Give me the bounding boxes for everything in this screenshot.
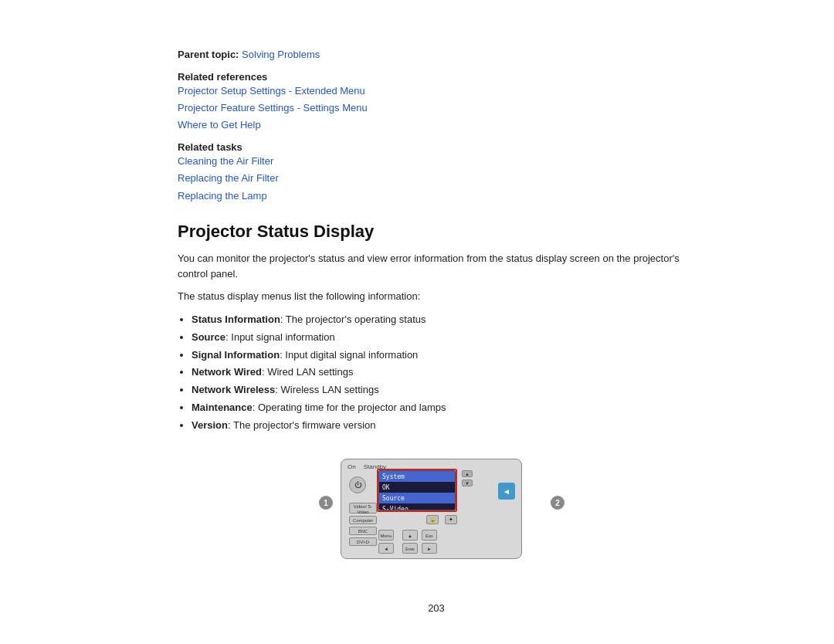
arrow-right-nav[interactable]: ► <box>422 543 437 554</box>
bullet-bold-6: Version <box>192 419 228 431</box>
bullet-bold-3: Network Wired <box>192 366 262 378</box>
side-buttons: Video/ S-Video Computer BNC DVI-D <box>349 503 377 546</box>
bullet-bold-0: Status Information <box>192 314 280 325</box>
dvi-d-btn[interactable]: DVI-D <box>349 537 377 546</box>
bullet-rest-3: : Wired LAN settings <box>262 366 354 378</box>
related-ref-link-0[interactable]: Projector Setup Settings - Extended Menu <box>178 83 695 100</box>
bullet-bold-4: Network Wireless <box>192 384 275 395</box>
esc-btn[interactable]: Esc <box>422 530 437 541</box>
bullet-rest-5: : Operating time for the projector and l… <box>253 402 446 413</box>
bottom-controls: Menu ▲ Esc ◄ Enter ► <box>378 530 439 554</box>
parent-topic-link[interactable]: Solving Problems <box>242 49 320 60</box>
bullet-rest-4: : Wireless LAN settings <box>275 384 378 395</box>
related-ref-link-2[interactable]: Where to Get Help <box>178 117 695 134</box>
menu-btn[interactable]: Menu <box>378 530 394 541</box>
related-tasks-heading: Related tasks <box>178 141 695 153</box>
bullet-rest-0: : The projector's operating status <box>280 314 426 325</box>
page: Parent topic: Solving Problems Related r… <box>0 0 834 644</box>
footer: 203 <box>178 602 695 614</box>
list-item: Version: The projector's firmware versio… <box>192 417 695 435</box>
diagram-container: 1 On Standby ⏻ System OK Source S-Video <box>178 448 695 579</box>
bullet-rest-2: : Input digital signal information <box>280 349 418 361</box>
related-task-link-2[interactable]: Replacing the Lamp <box>178 188 695 205</box>
list-item: Source: Input signal information <box>192 329 695 347</box>
related-tasks-section: Related tasks Cleaning the Air Filter Re… <box>178 141 695 204</box>
bullet-bold-5: Maintenance <box>192 402 253 413</box>
standby-label: Standby <box>364 463 386 470</box>
bullet-bold-2: Signal Information <box>192 349 280 361</box>
screen-row-3: S-Video <box>379 503 455 510</box>
lock-icon: 🔒 <box>426 515 439 524</box>
bullet-rest-6: : The projector's firmware version <box>228 419 376 431</box>
parent-topic-label: Parent topic: <box>178 49 239 60</box>
list-item: Network Wireless: Wireless LAN settings <box>192 381 695 399</box>
list-item: Network Wired: Wired LAN settings <box>192 364 695 381</box>
arrow-down-btn[interactable]: ▼ <box>462 480 473 486</box>
screen-row-1: OK <box>379 482 455 493</box>
power-button-area: ⏻ <box>349 476 366 493</box>
lock-icon-area: 🔒 ✦ <box>426 515 457 524</box>
projector-diagram: 1 On Standby ⏻ System OK Source S-Video <box>305 448 568 579</box>
badge-2: 2 <box>551 496 564 510</box>
bullet-list: Status Information: The projector's oper… <box>192 311 695 434</box>
projector-body: On Standby ⏻ System OK Source S-Video <box>341 459 522 559</box>
body-paragraph-2: The status display menus list the follow… <box>178 289 695 305</box>
list-item: Signal Information: Input digital signal… <box>192 347 695 364</box>
computer-btn[interactable]: Computer <box>349 516 377 524</box>
arrow-up-nav[interactable]: ▲ <box>402 530 418 541</box>
related-references-heading: Related references <box>178 71 695 83</box>
arrow-left-nav[interactable]: ◄ <box>378 543 394 554</box>
bullet-rest-1: : Input signal information <box>225 331 335 343</box>
enter-btn[interactable]: Enter <box>402 543 418 554</box>
screen-row-2: Source <box>379 493 455 503</box>
page-title: Projector Status Display <box>178 222 695 242</box>
arrow-up-btn[interactable]: ▲ <box>462 470 473 477</box>
arrow-buttons: ▲ ▼ <box>462 470 473 486</box>
star-icon: ✦ <box>445 515 457 524</box>
screen-row-0: System <box>379 471 455 482</box>
on-label: On <box>348 463 356 470</box>
bullet-bold-1: Source <box>192 331 225 343</box>
body-paragraph-1: You can monitor the projector's status a… <box>178 251 695 283</box>
page-number: 203 <box>428 602 445 614</box>
related-task-link-1[interactable]: Replacing the Air Filter <box>178 170 695 187</box>
video-svideo-btn[interactable]: Video/ S-Video <box>349 503 377 514</box>
blue-arrow-indicator: ◄ <box>498 483 515 500</box>
status-screen: System OK Source S-Video <box>378 470 456 510</box>
power-button[interactable]: ⏻ <box>349 476 366 493</box>
list-item: Status Information: The projector's oper… <box>192 311 695 329</box>
list-item: Maintenance: Operating time for the proj… <box>192 399 695 417</box>
parent-topic-section: Parent topic: Solving Problems <box>178 46 695 63</box>
bnc-btn[interactable]: BNC <box>349 527 377 535</box>
related-ref-link-1[interactable]: Projector Feature Settings - Settings Me… <box>178 100 695 117</box>
related-task-link-0[interactable]: Cleaning the Air Filter <box>178 153 695 170</box>
related-references-section: Related references Projector Setup Setti… <box>178 71 695 134</box>
badge-1: 1 <box>319 496 333 510</box>
